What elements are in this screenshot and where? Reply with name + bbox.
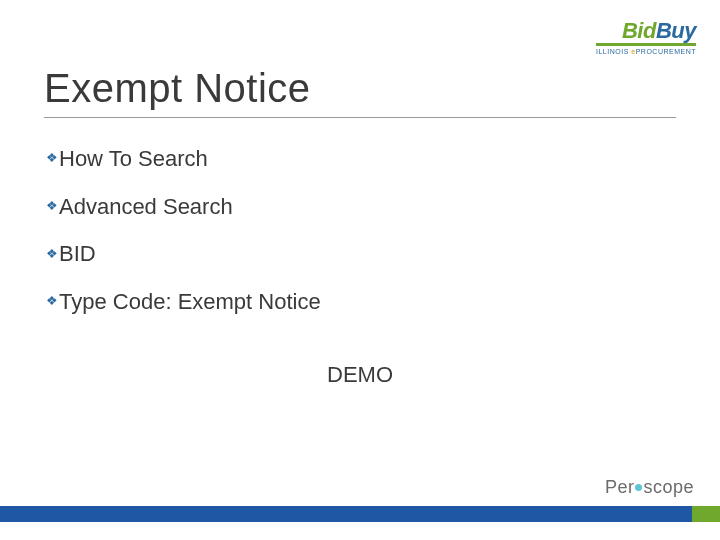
title-divider bbox=[44, 117, 676, 118]
bidbuy-logo: BidBuy ILLINOIS ePROCUREMENT bbox=[596, 20, 696, 55]
demo-label: DEMO bbox=[0, 362, 720, 388]
periscope-logo: Perscope bbox=[605, 477, 694, 498]
bullet-text: Advanced Search bbox=[59, 194, 233, 219]
periscope-dot-icon bbox=[635, 484, 642, 491]
periscope-post: scope bbox=[643, 477, 694, 497]
list-item: ❖Advanced Search bbox=[46, 192, 674, 222]
logo-bid-text: Bid bbox=[622, 20, 656, 42]
logo-underline bbox=[596, 43, 696, 46]
bullet-list: ❖How To Search ❖Advanced Search ❖BID ❖Ty… bbox=[46, 144, 674, 335]
bullet-text: BID bbox=[59, 241, 96, 266]
diamond-bullet-icon: ❖ bbox=[46, 149, 58, 167]
title-area: Exempt Notice bbox=[44, 66, 676, 118]
bullet-text: Type Code: Exempt Notice bbox=[59, 289, 321, 314]
slide: BidBuy ILLINOIS ePROCUREMENT Exempt Noti… bbox=[0, 0, 720, 540]
bullet-text: How To Search bbox=[59, 146, 208, 171]
list-item: ❖Type Code: Exempt Notice bbox=[46, 287, 674, 317]
footer-accent bbox=[692, 506, 720, 522]
list-item: ❖BID bbox=[46, 239, 674, 269]
page-title: Exempt Notice bbox=[44, 66, 676, 111]
logo-buy-text: Buy bbox=[656, 20, 696, 42]
diamond-bullet-icon: ❖ bbox=[46, 197, 58, 215]
logo-subtitle: ILLINOIS ePROCUREMENT bbox=[596, 48, 696, 55]
diamond-bullet-icon: ❖ bbox=[46, 245, 58, 263]
diamond-bullet-icon: ❖ bbox=[46, 292, 58, 310]
periscope-pre: Per bbox=[605, 477, 635, 497]
footer-bar bbox=[0, 506, 720, 522]
list-item: ❖How To Search bbox=[46, 144, 674, 174]
